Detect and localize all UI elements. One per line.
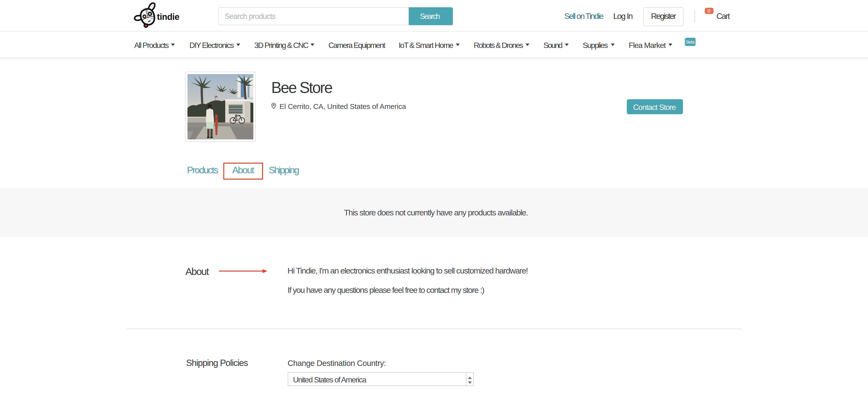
svg-text:tindie: tindie xyxy=(157,12,179,22)
